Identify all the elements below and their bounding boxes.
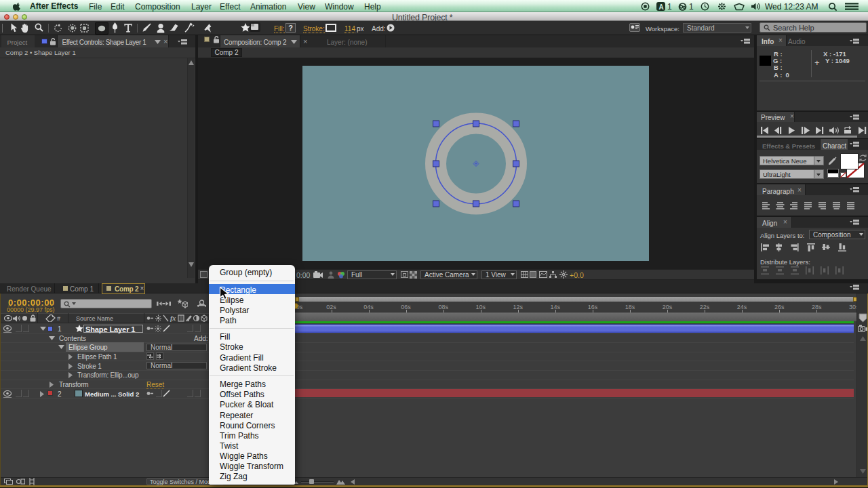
svg-text:fx: fx — [170, 314, 176, 322]
